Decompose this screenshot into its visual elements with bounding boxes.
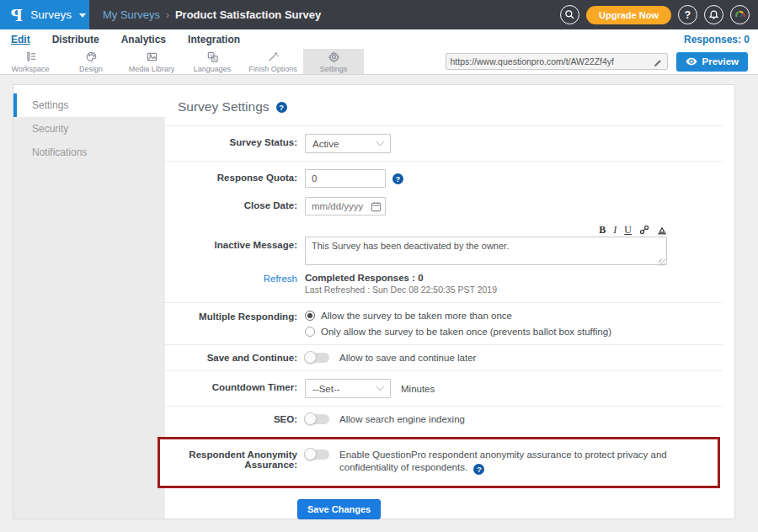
toolbar-tab-media-library[interactable]: Media Library <box>121 49 182 74</box>
survey-status-label: Survey Status: <box>165 134 297 147</box>
preview-button-label: Preview <box>702 56 739 66</box>
italic-button[interactable]: I <box>613 225 617 235</box>
account-score-button[interactable] <box>730 5 750 24</box>
toolbar-right: Preview <box>446 49 758 74</box>
sidebar-item-security[interactable]: Security <box>13 117 165 141</box>
survey-url-box <box>446 53 668 70</box>
countdown-minutes-label: Minutes <box>401 384 435 394</box>
sidebar-background <box>13 117 165 519</box>
save-changes-button[interactable]: Save Changes <box>297 499 381 519</box>
insert-image-icon[interactable] <box>657 225 667 235</box>
edit-url-pencil-icon[interactable] <box>653 56 663 66</box>
eye-icon <box>686 57 697 66</box>
anonymity-description: Enable QuestionPro respondent anonymity … <box>339 450 667 472</box>
multiple-responding-label: Multiple Responding: <box>165 311 297 322</box>
countdown-timer-select[interactable]: --Set-- <box>305 379 391 398</box>
upgrade-now-button[interactable]: Upgrade Now <box>586 6 671 24</box>
toolbar-tab-label: Languages <box>194 65 232 73</box>
radio-multiple-allowed-label: Allow the survey to be taken more than o… <box>321 311 512 321</box>
tab-distribute[interactable]: Distribute <box>41 30 110 49</box>
question-mark-icon: ? <box>685 9 691 21</box>
seo-text: Allow search engine indexing <box>339 414 465 424</box>
anonymity-help-icon[interactable]: ? <box>473 464 484 475</box>
toolbar-tab-label: Finish Options <box>248 65 297 73</box>
tab-integration[interactable]: Integration <box>177 30 251 49</box>
bell-icon <box>708 9 719 20</box>
workspace-icon <box>24 51 37 63</box>
link-icon[interactable] <box>639 225 649 235</box>
gear-icon <box>328 51 340 63</box>
radio-multiple-allowed[interactable] <box>305 311 315 321</box>
calendar-icon[interactable] <box>371 200 382 211</box>
completed-responses-text: Completed Responses : 0 <box>305 273 424 283</box>
toolbar-tab-languages[interactable]: xA Languages <box>182 49 243 74</box>
save-continue-row: Save and Continue: Allow to save and con… <box>165 345 734 370</box>
search-icon <box>564 9 575 20</box>
toolbar-tab-label: Workspace <box>12 65 50 73</box>
breadcrumb-parent-link[interactable]: My Surveys <box>103 8 160 21</box>
product-switcher[interactable]: P Surveys <box>0 0 89 29</box>
save-row: Save Changes <box>165 488 734 519</box>
refresh-row: Refresh Completed Responses : 0 Last Ref… <box>165 271 734 302</box>
sidebar-item-settings[interactable]: Settings <box>13 93 165 117</box>
survey-url-input[interactable] <box>451 56 653 66</box>
header-actions: Upgrade Now ? <box>560 5 758 24</box>
translate-icon: xA <box>206 51 219 63</box>
response-quota-input[interactable] <box>305 169 386 188</box>
image-icon <box>146 51 158 63</box>
underline-button[interactable]: U <box>624 225 632 235</box>
survey-status-select[interactable]: Active <box>305 134 391 153</box>
settings-card: Settings Security Notifications Survey S… <box>13 84 735 519</box>
responses-count[interactable]: Responses: 0 <box>684 34 750 45</box>
toolbar-tab-workspace[interactable]: Workspace <box>0 49 61 74</box>
response-quota-help-icon[interactable]: ? <box>392 173 403 184</box>
sidebar-item-label: Settings <box>32 99 68 111</box>
save-continue-toggle[interactable] <box>305 353 329 363</box>
tab-analytics[interactable]: Analytics <box>110 30 177 49</box>
chevron-down-icon <box>79 13 86 18</box>
toggle-knob <box>304 448 317 460</box>
last-refreshed-text: Last Refreshed : Sun Dec 08 22:50:35 PST… <box>305 285 497 295</box>
toolbar-tab-design[interactable]: Design <box>61 49 121 74</box>
search-button[interactable] <box>560 5 579 24</box>
notifications-button[interactable] <box>704 5 723 24</box>
survey-settings-help-icon[interactable]: ? <box>276 102 287 113</box>
chevron-down-icon <box>376 383 385 391</box>
format-toolbar: B I U <box>305 225 667 237</box>
anonymity-toggle[interactable] <box>305 450 329 460</box>
section-nav: Edit Distribute Analytics Integration Re… <box>0 29 758 49</box>
page-title: Survey Settings <box>178 99 270 114</box>
close-date-row: Close Date: <box>165 195 734 223</box>
help-button[interactable]: ? <box>678 5 697 24</box>
respondent-anonymity-highlight: Respondent Anonymity Assurance: Enable Q… <box>157 437 720 488</box>
close-date-label: Close Date: <box>165 197 297 210</box>
top-header: P Surveys My Surveys › Product Satisfact… <box>0 0 758 29</box>
bold-button[interactable]: B <box>599 225 606 235</box>
radio-once-only[interactable] <box>305 327 315 337</box>
toolbar-tab-settings[interactable]: Settings <box>303 49 364 74</box>
seo-toggle[interactable] <box>305 414 329 424</box>
survey-status-value: Active <box>312 139 339 149</box>
product-menu-label: Surveys <box>30 8 72 21</box>
refresh-link[interactable]: Refresh <box>264 274 297 284</box>
sidebar-item-notifications[interactable]: Notifications <box>13 141 165 164</box>
inactive-message-row: Inactive Message: B I U This Survey has … <box>165 223 734 271</box>
breadcrumb-separator: › <box>166 9 169 21</box>
seo-label: SEO: <box>165 414 297 424</box>
settings-sidebar: Settings Security Notifications <box>13 85 165 519</box>
inactive-message-label: Inactive Message: <box>165 225 297 250</box>
inactive-message-textarea[interactable]: This Survey has been deactivated by the … <box>305 237 667 265</box>
response-quota-label: Response Quota: <box>165 169 297 183</box>
multiple-responding-row: Multiple Responding: Allow the survey to… <box>165 303 734 344</box>
sidebar-item-label: Notifications <box>32 146 87 158</box>
toolbar-tab-finish-options[interactable]: Finish Options <box>243 49 303 74</box>
tab-edit[interactable]: Edit <box>0 30 41 49</box>
survey-toolbar: Workspace Design Media Library xA Langua… <box>0 49 758 75</box>
seo-row: SEO: Allow search engine indexing <box>165 407 734 432</box>
preview-button[interactable]: Preview <box>676 52 748 72</box>
questionpro-logo-icon: P <box>11 6 23 24</box>
anonymity-text: Enable QuestionPro respondent anonymity … <box>339 449 711 475</box>
radio-once-only-label: Only allow the survey to be taken once (… <box>321 327 611 337</box>
svg-text:A: A <box>213 56 216 61</box>
page-title-row: Survey Settings ? <box>165 85 734 125</box>
